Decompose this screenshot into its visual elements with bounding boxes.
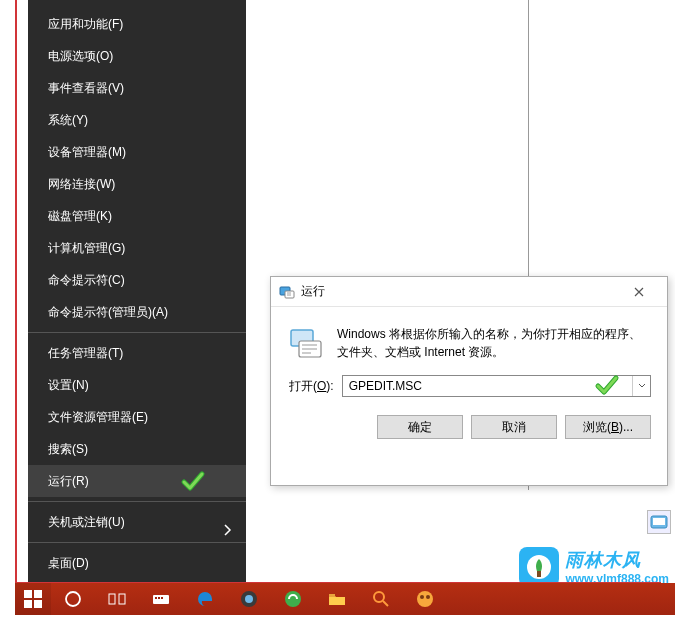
svg-rect-8: [24, 590, 32, 598]
menu-network-connections[interactable]: 网络连接(W): [28, 168, 246, 200]
menu-cmd-admin[interactable]: 命令提示符(管理员)(A): [28, 296, 246, 328]
svg-rect-22: [329, 594, 335, 597]
menu-cmd[interactable]: 命令提示符(C): [28, 264, 246, 296]
svg-rect-18: [161, 597, 163, 599]
dialog-title: 运行: [301, 283, 619, 300]
svg-point-21: [285, 591, 301, 607]
circle-icon: [63, 589, 83, 609]
dialog-input-row: 打开(O):: [271, 375, 667, 397]
browser-icon: [239, 589, 259, 609]
menu-device-manager[interactable]: 设备管理器(M): [28, 136, 246, 168]
svg-rect-9: [34, 590, 42, 598]
search-icon: [371, 589, 391, 609]
taskview-icon: [107, 589, 127, 609]
menu-file-explorer[interactable]: 文件资源管理器(E): [28, 401, 246, 433]
taskbar-explorer[interactable]: [315, 583, 359, 615]
watermark: 雨林木风 www.ylmf888.com: [519, 547, 669, 587]
close-icon: [634, 287, 644, 297]
svg-rect-13: [109, 594, 115, 604]
button-label: 确定: [408, 419, 432, 436]
menu-separator: [28, 332, 246, 333]
menu-label: 搜索(S): [48, 442, 88, 456]
cancel-button[interactable]: 取消: [471, 415, 557, 439]
menu-run[interactable]: 运行(R): [28, 465, 246, 497]
menu-search[interactable]: 搜索(S): [28, 433, 246, 465]
open-label: 打开(O):: [289, 378, 334, 395]
side-tool-icon[interactable]: [647, 510, 671, 534]
menu-label: 计算机管理(G): [48, 241, 125, 255]
watermark-title: 雨林木风: [565, 548, 669, 572]
svg-rect-7: [537, 571, 541, 577]
taskbar-browser[interactable]: [227, 583, 271, 615]
taskbar-360[interactable]: [271, 583, 315, 615]
taskbar-cortana[interactable]: [51, 583, 95, 615]
menu-apps-features[interactable]: 应用和功能(F): [28, 8, 246, 40]
border-left: [15, 0, 17, 582]
svg-rect-10: [24, 600, 32, 608]
menu-disk-management[interactable]: 磁盘管理(K): [28, 200, 246, 232]
ok-button[interactable]: 确定: [377, 415, 463, 439]
menu-desktop[interactable]: 桌面(D): [28, 547, 246, 579]
menu-event-viewer[interactable]: 事件查看器(V): [28, 72, 246, 104]
menu-shutdown-signout[interactable]: 关机或注销(U): [28, 506, 246, 538]
run-dialog: 运行 Windows 将根据你所输入的名称，为你打开相应的程序、文件夹、文档或 …: [270, 276, 668, 486]
svg-rect-16: [155, 597, 157, 599]
menu-task-manager[interactable]: 任务管理器(T): [28, 337, 246, 369]
browse-button[interactable]: 浏览(B)...: [565, 415, 651, 439]
svg-point-23: [374, 592, 384, 602]
svg-point-25: [420, 595, 424, 599]
menu-label: 设置(N): [48, 378, 89, 392]
menu-label: 系统(Y): [48, 113, 88, 127]
watermark-logo-icon: [519, 547, 559, 587]
svg-rect-11: [34, 600, 42, 608]
menu-settings[interactable]: 设置(N): [28, 369, 246, 401]
dialog-titlebar[interactable]: 运行: [271, 277, 667, 307]
taskbar-search[interactable]: [359, 583, 403, 615]
svg-rect-15: [153, 595, 169, 604]
edge-icon: [195, 589, 215, 609]
svg-rect-5: [653, 518, 665, 525]
taskbar-edge[interactable]: [183, 583, 227, 615]
menu-label: 命令提示符(C): [48, 273, 125, 287]
watermark-text: 雨林木风 www.ylmf888.com: [565, 548, 669, 586]
winx-context-menu: 应用和功能(F) 电源选项(O) 事件查看器(V) 系统(Y) 设备管理器(M)…: [28, 0, 246, 582]
check-icon: [178, 469, 208, 493]
dialog-body: Windows 将根据你所输入的名称，为你打开相应的程序、文件夹、文档或 Int…: [271, 307, 667, 375]
chevron-down-icon[interactable]: [632, 376, 650, 396]
menu-label: 关机或注销(U): [48, 515, 125, 529]
green-circle-icon: [283, 589, 303, 609]
dialog-buttons: 确定 取消 浏览(B)...: [271, 397, 667, 439]
menu-label: 网络连接(W): [48, 177, 115, 191]
menu-label: 电源选项(O): [48, 49, 113, 63]
button-label: 取消: [502, 419, 526, 436]
menu-label: 文件资源管理器(E): [48, 410, 148, 424]
folder-icon: [327, 589, 347, 609]
chevron-right-icon: [224, 516, 232, 548]
svg-point-26: [426, 595, 430, 599]
menu-label: 事件查看器(V): [48, 81, 124, 95]
svg-point-20: [245, 595, 253, 603]
taskbar-app-2[interactable]: [403, 583, 447, 615]
svg-point-24: [417, 591, 433, 607]
menu-system[interactable]: 系统(Y): [28, 104, 246, 136]
svg-rect-1: [285, 291, 294, 298]
taskbar-app-1[interactable]: [139, 583, 183, 615]
menu-power-options[interactable]: 电源选项(O): [28, 40, 246, 72]
menu-label: 命令提示符(管理员)(A): [48, 305, 168, 319]
run-titlebar-icon: [279, 284, 295, 300]
start-button[interactable]: [15, 583, 51, 615]
dialog-description: Windows 将根据你所输入的名称，为你打开相应的程序、文件夹、文档或 Int…: [337, 325, 651, 361]
windows-logo-icon: [23, 589, 43, 609]
check-icon: [592, 373, 622, 397]
run-dialog-icon: [289, 325, 323, 359]
close-button[interactable]: [619, 278, 659, 306]
open-input[interactable]: [343, 376, 632, 396]
open-combobox[interactable]: [342, 375, 651, 397]
menu-label: 磁盘管理(K): [48, 209, 112, 223]
menu-label: 桌面(D): [48, 556, 89, 570]
taskbar-taskview[interactable]: [95, 583, 139, 615]
menu-label: 设备管理器(M): [48, 145, 126, 159]
menu-computer-management[interactable]: 计算机管理(G): [28, 232, 246, 264]
svg-rect-17: [158, 597, 160, 599]
menu-label: 应用和功能(F): [48, 17, 123, 31]
